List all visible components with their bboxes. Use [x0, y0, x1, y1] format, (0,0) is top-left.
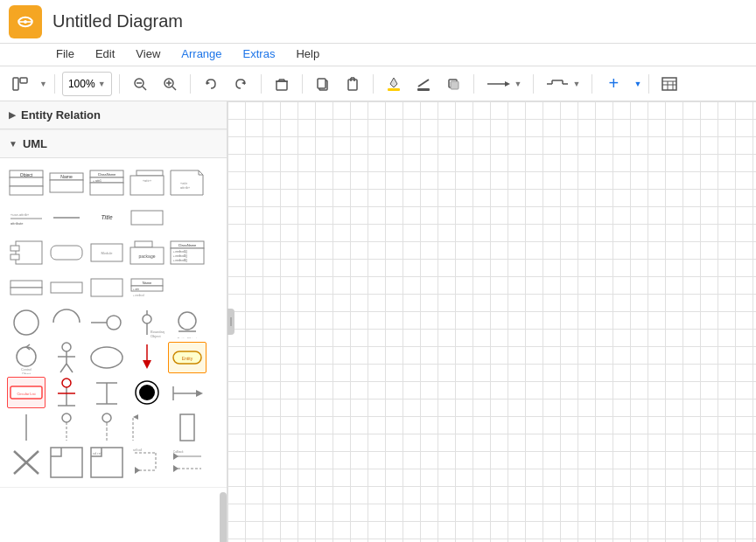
sidebar-resize-handle[interactable]: [228, 309, 234, 335]
uml-half-circle[interactable]: [47, 307, 86, 338]
canvas-area[interactable]: [228, 101, 756, 542]
uml-package[interactable]: package: [128, 237, 166, 268]
uml-header[interactable]: ▼ UML: [0, 130, 227, 158]
waypoint-btn[interactable]: ▼: [541, 72, 584, 96]
uml-class-full[interactable]: Object: [7, 167, 46, 198]
uml-activation-box[interactable]: [168, 412, 206, 443]
undo-btn[interactable]: [198, 72, 224, 96]
svg-point-91: [14, 310, 38, 335]
menu-view[interactable]: View: [132, 45, 164, 62]
uml-actor-circle[interactable]: [7, 307, 46, 338]
menu-extras[interactable]: Extras: [240, 45, 279, 62]
uml-sequence-fragment[interactable]: sd ref: [88, 447, 126, 478]
waypoint-arrow: ▼: [572, 80, 580, 88]
delete-btn[interactable]: [269, 72, 295, 96]
format-panel-arrow[interactable]: ▼: [39, 80, 47, 88]
uml-title[interactable]: Title: [88, 202, 126, 233]
connection-style-btn[interactable]: ▼: [481, 72, 527, 96]
svg-rect-135: [180, 414, 194, 441]
copy-style-btn[interactable]: [310, 72, 336, 96]
menu-arrange[interactable]: Arrange: [178, 45, 225, 62]
uml-destroy[interactable]: [7, 447, 46, 478]
zoom-out-btn[interactable]: [127, 72, 153, 96]
uml-small-class4[interactable]: Name + attr + method: [128, 272, 166, 303]
zoom-in-btn[interactable]: [157, 72, 183, 96]
diagram-title: Untitled Diagram: [52, 11, 183, 31]
uml-entity[interactable]: Entity: [168, 342, 206, 373]
uml-tbar[interactable]: [88, 377, 126, 408]
sep-5: [302, 74, 303, 94]
svg-text:«attr»: «attr»: [143, 178, 152, 183]
line-color-btn[interactable]: [410, 72, 437, 96]
uml-small-class2[interactable]: [47, 272, 86, 303]
zoom-arrow: ▼: [98, 80, 106, 88]
uml-rect-simple[interactable]: [128, 202, 166, 233]
svg-rect-69: [10, 254, 19, 260]
uml-note[interactable]: «attr attrib»: [168, 167, 206, 198]
svg-text:Boundary: Boundary: [150, 330, 164, 334]
sidebar-scrollbar[interactable]: [220, 492, 227, 542]
svg-line-137: [14, 451, 38, 474]
uml-arrow-horizontal[interactable]: [168, 377, 206, 408]
uml-vertical-line[interactable]: [7, 412, 46, 443]
svg-rect-47: [50, 173, 83, 180]
svg-text:+ method1(): + method1(): [173, 250, 187, 254]
fill-color-btn[interactable]: [381, 72, 407, 96]
entity-relation-header[interactable]: ▶ Entity Relation: [0, 101, 227, 129]
uml-dashed-lifeline[interactable]: [88, 412, 126, 443]
uml-rounded[interactable]: [47, 237, 86, 268]
svg-rect-67: [16, 241, 42, 264]
menu-file[interactable]: File: [52, 45, 78, 62]
uml-ball-socket[interactable]: Boundary Object: [128, 307, 166, 338]
menu-edit[interactable]: Edit: [92, 45, 118, 62]
uml-entity-object[interactable]: Entity Object: [168, 307, 206, 338]
uml-lifeline[interactable]: [47, 412, 86, 443]
uml-interface-text[interactable]: «use-attrib» attribute: [7, 202, 46, 233]
menu-help[interactable]: Help: [292, 45, 323, 62]
uml-small-class3[interactable]: [88, 272, 126, 303]
svg-rect-5: [20, 78, 27, 83]
entity-relation-label: Entity Relation: [21, 108, 101, 122]
canvas-grid[interactable]: [228, 101, 756, 542]
uml-component[interactable]: [7, 237, 46, 268]
uml-arrow-down[interactable]: [128, 342, 166, 373]
uml-ellipse[interactable]: [88, 342, 126, 373]
svg-rect-88: [131, 286, 163, 291]
uml-frame-corner[interactable]: [47, 447, 86, 478]
sep-9: [592, 74, 592, 94]
uml-package-class[interactable]: «attr»: [128, 167, 166, 198]
uml-usecase-highlighted[interactable]: Circular List: [7, 377, 46, 408]
table-btn[interactable]: [656, 72, 682, 96]
shadow-btn[interactable]: [440, 72, 466, 96]
uml-control-object[interactable]: Control Object: [7, 342, 46, 373]
format-panel-toggle[interactable]: [7, 72, 33, 96]
uml-final-state[interactable]: [128, 377, 166, 408]
uml-return-message[interactable]: [128, 412, 166, 443]
uml-self-call[interactable]: self call: [128, 447, 166, 478]
svg-text:Title: Title: [101, 214, 112, 220]
uml-section: ▼ UML Object: [0, 130, 227, 488]
insert-btn[interactable]: +: [599, 72, 627, 96]
uml-class-attributes[interactable]: ClassName + attr1: [88, 167, 126, 198]
uml-small-class1[interactable]: [7, 272, 46, 303]
zoom-control[interactable]: 100% ▼: [62, 72, 112, 96]
svg-marker-32: [505, 81, 510, 87]
redo-btn[interactable]: [228, 72, 254, 96]
uml-module[interactable]: Module: [88, 237, 126, 268]
svg-rect-68: [10, 246, 19, 251]
uml-class-methods[interactable]: ClassName + method1() + method2() + meth…: [168, 237, 206, 268]
svg-rect-46: [10, 186, 43, 195]
uml-interface-provided[interactable]: [88, 307, 126, 338]
uml-separator[interactable]: [47, 202, 86, 233]
insert-arrow[interactable]: ▼: [634, 80, 641, 88]
svg-rect-56: [130, 176, 164, 195]
sep-4: [261, 74, 262, 94]
sep-1: [54, 74, 55, 94]
uml-actor[interactable]: [47, 342, 86, 373]
uml-callback[interactable]: Callback: [168, 447, 206, 478]
svg-rect-82: [10, 281, 42, 288]
svg-rect-43: [10, 170, 43, 177]
uml-fork[interactable]: [47, 377, 86, 408]
uml-class-simple[interactable]: Name: [47, 167, 86, 198]
paste-style-btn[interactable]: [340, 72, 366, 96]
